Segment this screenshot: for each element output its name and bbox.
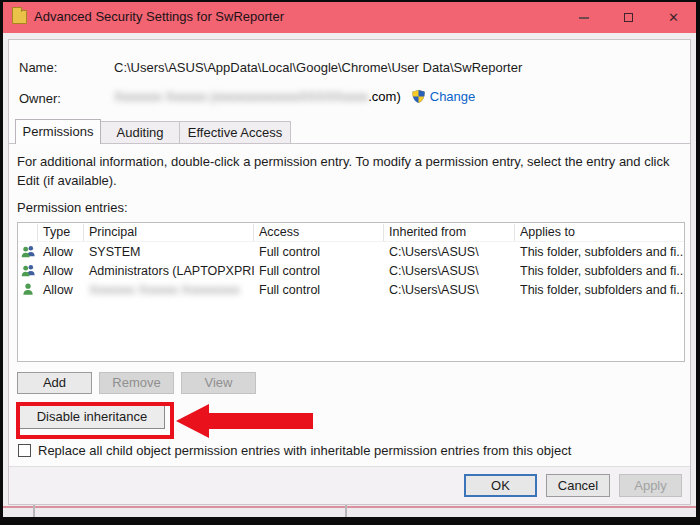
group-icon [21, 244, 36, 259]
cell-applies-to: This folder, subfolders and fi... [515, 283, 684, 297]
cell-access: Full control [254, 283, 384, 297]
close-button[interactable]: ✕ [651, 2, 696, 33]
advanced-security-settings-window: Advanced Security Settings for SwReporte… [3, 2, 696, 505]
change-owner-link[interactable]: Change [430, 89, 476, 104]
group-icon [21, 263, 36, 278]
owner-label: Owner: [19, 91, 61, 106]
background-pink-line [3, 506, 696, 508]
background-window-strip [3, 505, 696, 517]
permission-entries-table: Type Principal Access Inherited from App… [17, 222, 685, 362]
table-row[interactable]: Allow Xxxxxxx Xxxxxx Xxxxxxxxx Full cont… [18, 280, 684, 299]
name-value: C:\Users\ASUS\AppData\Local\Google\Chrom… [114, 60, 522, 75]
minimize-button[interactable] [561, 2, 606, 33]
replace-permissions-label[interactable]: Replace all child object permission entr… [38, 443, 571, 458]
user-icon [21, 282, 36, 297]
header-icon-spacer [18, 224, 38, 241]
cell-inherited-from: C:\Users\ASUS\ [384, 245, 515, 259]
permission-entries-label: Permission entries: [17, 200, 128, 215]
name-label: Name: [19, 60, 57, 75]
minimize-icon [579, 17, 589, 19]
column-header-applies-to[interactable]: Applies to [515, 224, 684, 241]
cell-principal: SYSTEM [84, 245, 254, 259]
cell-access: Full control [254, 264, 384, 278]
folder-icon [12, 10, 27, 24]
column-header-type[interactable]: Type [38, 224, 84, 241]
background-divider [33, 505, 35, 517]
window-controls: ✕ [561, 2, 696, 33]
cell-type: Allow [38, 264, 84, 278]
owner-line: Xxxxxxx Xxxxxx (xxxxxxxxxxxxxXXXXXxxxx.c… [114, 89, 475, 104]
cell-principal: Administrators (LAPTOPXPRI... [84, 264, 254, 278]
remove-button[interactable]: Remove [99, 372, 174, 394]
arrow-head [176, 404, 209, 438]
replace-permissions-checkbox[interactable] [18, 444, 31, 457]
cell-type: Allow [38, 283, 84, 297]
add-button[interactable]: Add [17, 372, 92, 394]
cell-applies-to: This folder, subfolders and fi... [515, 264, 684, 278]
ok-button[interactable]: OK [464, 474, 537, 497]
column-header-inherited-from[interactable]: Inherited from [384, 224, 515, 241]
background-divider [345, 505, 347, 517]
table-row[interactable]: Allow Administrators (LAPTOPXPRI... Full… [18, 261, 684, 280]
cell-applies-to: This folder, subfolders and fi... [515, 245, 684, 259]
replace-permissions-row: Replace all child object permission entr… [18, 443, 571, 458]
apply-button[interactable]: Apply [619, 474, 682, 497]
maximize-icon [624, 13, 633, 22]
dialog-footer: OK Cancel Apply [9, 466, 690, 504]
tab-auditing[interactable]: Auditing [100, 121, 180, 144]
cell-access: Full control [254, 245, 384, 259]
uac-shield-icon [411, 89, 426, 104]
table-row[interactable]: Allow SYSTEM Full control C:\Users\ASUS\… [18, 242, 684, 261]
cancel-button[interactable]: Cancel [546, 474, 610, 497]
arrow-tail [208, 413, 313, 429]
cell-inherited-from: C:\Users\ASUS\ [384, 283, 515, 297]
screenshot-frame: Advanced Security Settings for SwReporte… [0, 0, 700, 525]
cell-type: Allow [38, 245, 84, 259]
instruction-text: For additional information, double-click… [17, 153, 685, 191]
bottom-black-bar [0, 517, 700, 525]
column-header-access[interactable]: Access [254, 224, 384, 241]
owner-value-suffix: .com) [368, 89, 401, 104]
view-button[interactable]: View [181, 372, 256, 394]
tab-permissions[interactable]: Permissions [15, 119, 101, 144]
close-icon: ✕ [668, 10, 679, 25]
titlebar: Advanced Security Settings for SwReporte… [3, 2, 696, 33]
owner-value-redacted: Xxxxxxx Xxxxxx (xxxxxxxxxxxxxXXXXXxxxx [114, 89, 368, 104]
column-header-principal[interactable]: Principal [84, 224, 254, 241]
table-header-row: Type Principal Access Inherited from App… [18, 223, 684, 242]
window-title: Advanced Security Settings for SwReporte… [34, 9, 284, 24]
cell-principal-redacted: Xxxxxxx Xxxxxx Xxxxxxxxx [84, 283, 254, 297]
maximize-button[interactable] [606, 2, 651, 33]
annotation-highlight-rect [16, 402, 174, 439]
tab-effective-access[interactable]: Effective Access [179, 121, 291, 144]
cell-inherited-from: C:\Users\ASUS\ [384, 264, 515, 278]
